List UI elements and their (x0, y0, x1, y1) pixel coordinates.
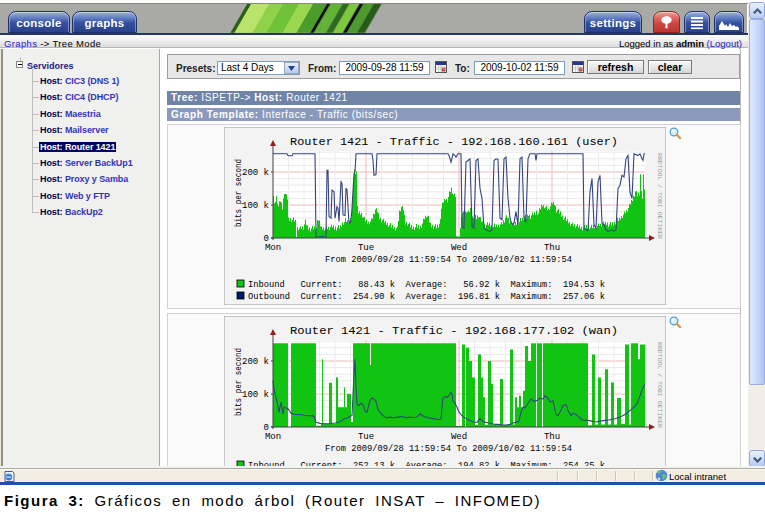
svg-text:100 k: 100 k (242, 201, 269, 211)
svg-text:Tue: Tue (358, 243, 374, 253)
svg-text:bits per second: bits per second (234, 159, 244, 227)
svg-text:Thu: Thu (544, 243, 560, 253)
svg-text:Mon: Mon (265, 243, 281, 253)
svg-text:Router 1421 - Traffic - 192.16: Router 1421 - Traffic - 192.168.160.161 … (290, 136, 618, 148)
svg-text:200 k: 200 k (242, 168, 269, 178)
svg-text:Wed: Wed (451, 243, 467, 253)
svg-text:Inbound Current: 88.43 k: Inbound Current: 88.43 k Average: 56.92 … (248, 280, 605, 290)
svg-text:From 2009/09/28 11:59:54 To 20: From 2009/09/28 11:59:54 To 2009/10/02 1… (325, 255, 572, 265)
svg-text:Outbound Current: 254.90 k: Outbound Current: 254.90 k Average: 196.… (248, 292, 605, 302)
svg-text:RRDTOOL / TOBI OETIKER: RRDTOOL / TOBI OETIKER (656, 153, 663, 240)
